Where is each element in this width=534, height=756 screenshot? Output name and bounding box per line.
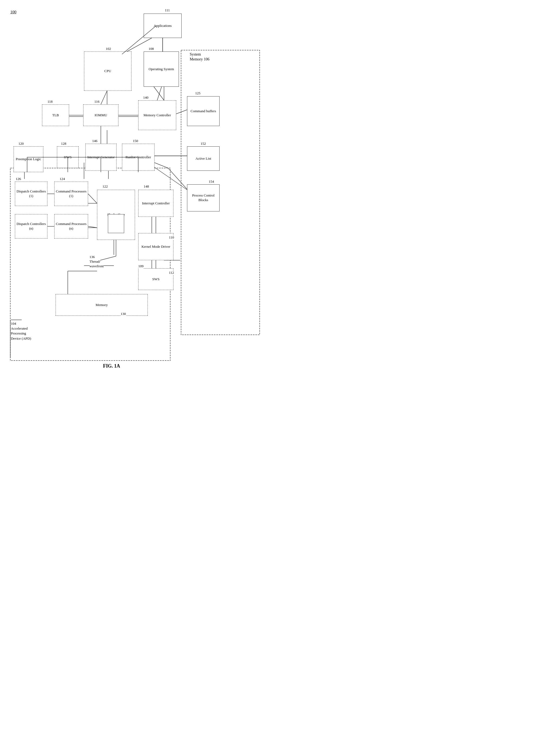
dcn-label: Dispatch Controllers (n) [15,222,47,231]
ref-154: 154 [209,179,214,184]
fig-title: FIG. 1A [103,363,120,369]
ref-122: 122 [102,184,108,189]
sws-label: SWS [152,277,160,282]
box-applications: Applications [144,14,182,38]
box-active-list: Active List [187,147,220,171]
box-interrupt-controller: Interrupt Controller [138,190,174,217]
command-buffers-label: Command buffers [191,109,216,114]
box-runlist-controller: Runlist Controller [122,144,154,171]
box-iommu: IOMMU [83,104,119,126]
figure-ref-100: 100 [10,10,16,15]
active-list-label: Active List [196,156,211,161]
svg-line-30 [157,87,162,100]
box-command-buffers: Command buffers [187,96,220,126]
os-label: Operating System [148,67,174,71]
ref-152: 152 [200,142,206,146]
box-memory: Memory [56,294,148,316]
svg-line-31 [176,110,187,114]
box-memory-controller: Memory Controller [138,100,176,130]
shader-core-inner-box [108,214,124,233]
box-dispatch-controllers-n: Dispatch Controllers (n) [15,214,47,238]
box-command-processors-1: Command Processors (1) [54,182,88,206]
ref-124: 124 [60,177,65,181]
svg-line-42 [88,194,97,203]
ref-116: 116 [94,99,99,104]
pcb-label: Process Control Blocks [187,193,219,202]
runlist-controller-label: Runlist Controller [125,155,151,160]
thread-wavefront-label: 136Thread/wavefront [90,255,104,269]
box-process-control-blocks: Process Control Blocks [187,184,220,211]
ref-146: 146 [92,139,97,143]
cp1-label: Command Processors (1) [54,189,88,199]
ref-125: 125 [195,91,200,96]
box-tlb: TLB [42,104,69,126]
svg-line-44 [88,226,97,228]
box-sws: SWS [138,268,174,290]
ref-110: 110 [169,235,174,240]
ref-102: 102 [106,47,111,51]
cpu-label: CPU [104,69,111,73]
interrupt-controller-label: Interrupt Controller [142,201,170,206]
applications-label: Applications [154,24,172,28]
diagram-container: 100 Applications 111 CPU 102 Operating S… [0,0,267,378]
box-operating-system: Operating System [144,51,179,87]
box-cpu: CPU [84,51,131,91]
hws-label: HWS [64,155,72,160]
ref-126: 126 [16,177,21,181]
ref-111: 111 [165,8,170,13]
apd-label: 104AcceleratedProcessingDevice (APD) [11,321,31,341]
box-dispatch-controllers-1: Dispatch Controllers (1) [15,182,47,206]
ref-148: 148 [144,184,149,189]
tlb-label: TLB [52,113,59,118]
ref-112: 112 [169,271,174,275]
cpn-label: Command Processors (n) [54,222,88,231]
svg-line-39 [154,163,168,168]
box-command-processors-n: Command Processors (n) [54,214,88,238]
ref-128: 128 [61,142,67,146]
svg-line-40 [168,168,187,189]
dc1-label: Dispatch Controllers (1) [15,189,47,199]
ref-150: 150 [133,139,138,143]
ref-108: 108 [148,47,154,51]
system-memory-label: SystemMemory 106 [190,52,209,62]
preemption-logic-label: Preemption Logic [16,157,41,162]
box-interrupt-generator: Interrupt Generator [85,144,117,171]
memory-controller-label: Memory Controller [144,113,171,118]
memory-label: Memory [96,303,108,308]
iommu-label: IOMMU [94,113,107,118]
box-kernel-mode-driver: Kernel Mode Driver [138,233,174,260]
ref-130: 130 [120,312,126,316]
ref-109: 109 [138,264,144,269]
ref-120: 120 [18,142,24,146]
svg-line-27 [101,91,107,104]
kmd-label: Kernel Mode Driver [142,245,170,249]
ref-118: 118 [47,99,53,104]
interrupt-generator-label: Interrupt Generator [87,155,115,160]
box-preemption-logic: Preemption Logic [13,147,43,172]
ref-140: 140 [143,95,148,100]
box-hws: HWS [57,147,79,168]
